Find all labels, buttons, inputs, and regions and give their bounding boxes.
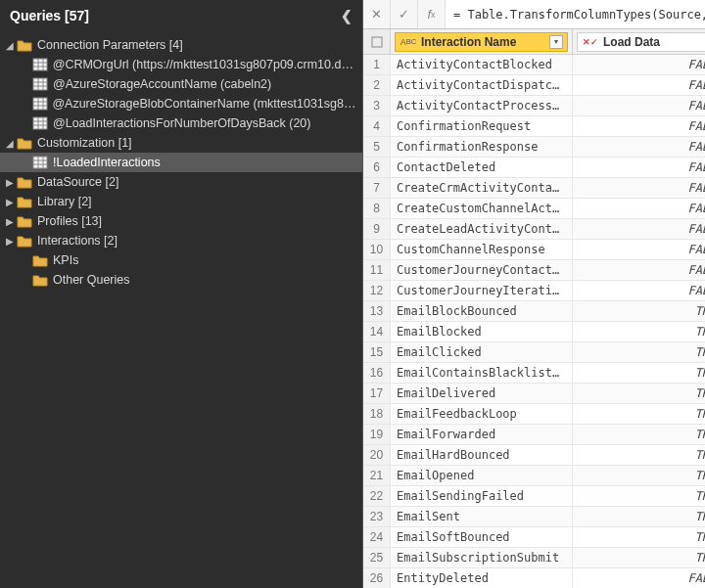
column-header-load-data[interactable]: ✕✓ Load Data ▾	[573, 29, 705, 54]
tree-item[interactable]: KPIs	[0, 250, 362, 270]
row-number[interactable]: 14	[363, 322, 391, 341]
formula-fx-button[interactable]: fx	[418, 0, 446, 28]
table-row[interactable]: 25EmailSubscriptionSubmitTRUE	[363, 548, 705, 568]
cell-load-data[interactable]: TRUE	[573, 548, 705, 567]
cell-load-data[interactable]: FALSE	[573, 281, 705, 300]
cell-interaction-name[interactable]: EmailForwarded	[391, 425, 573, 444]
row-number[interactable]: 12	[363, 281, 391, 300]
cell-interaction-name[interactable]: ActivityContactProcess…	[391, 96, 573, 115]
table-row[interactable]: 3ActivityContactProcess…FALSE	[363, 96, 705, 116]
cell-interaction-name[interactable]: CreateCustomChannelAct…	[391, 199, 573, 218]
cell-interaction-name[interactable]: EmailDelivered	[391, 384, 573, 403]
cell-load-data[interactable]: TRUE	[573, 384, 705, 403]
table-row[interactable]: 18EmailFeedbackLoopTRUE	[363, 404, 705, 425]
tree-item[interactable]: @CRMOrgUrl (https://mkttest1031sg807p09.…	[0, 55, 362, 74]
table-row[interactable]: 2ActivityContactDispatc…FALSE	[363, 75, 705, 96]
row-number[interactable]: 2	[363, 75, 391, 95]
row-number[interactable]: 21	[363, 466, 391, 485]
formula-accept-button[interactable]: ✓	[391, 0, 418, 28]
table-row[interactable]: 24EmailSoftBouncedTRUE	[363, 527, 705, 548]
tree-item[interactable]: ◢Connection Parameters [4]	[0, 35, 362, 55]
cell-load-data[interactable]: FALSE	[573, 199, 705, 218]
cell-load-data[interactable]: FALSE	[573, 55, 705, 74]
cell-load-data[interactable]: TRUE	[573, 486, 705, 506]
row-number[interactable]: 16	[363, 363, 391, 383]
row-number[interactable]: 18	[363, 404, 391, 424]
cell-interaction-name[interactable]: EntityDeleted	[391, 568, 573, 588]
tree-item[interactable]: Other Queries	[0, 270, 362, 290]
cell-load-data[interactable]: TRUE	[573, 507, 705, 526]
table-row[interactable]: 13EmailBlockBouncedTRUE	[363, 301, 705, 322]
formula-input[interactable]: = Table.TransformColumnTypes(Source,{{	[446, 0, 705, 28]
table-row[interactable]: 15EmailClickedTRUE	[363, 342, 705, 363]
cell-interaction-name[interactable]: CreateCrmActivityConta…	[391, 178, 573, 198]
row-number[interactable]: 1	[363, 55, 391, 74]
cell-interaction-name[interactable]: ContactDeleted	[391, 158, 573, 177]
table-row[interactable]: 19EmailForwardedTRUE	[363, 425, 705, 445]
tree-item[interactable]: ▶Library [2]	[0, 192, 362, 211]
cell-interaction-name[interactable]: EmailHardBounced	[391, 445, 573, 465]
table-row[interactable]: 9CreateLeadActivityCont…FALSE	[363, 219, 705, 240]
cell-interaction-name[interactable]: ActivityContactDispatc…	[391, 75, 573, 95]
cell-interaction-name[interactable]: EmailBlocked	[391, 322, 573, 341]
table-row[interactable]: 26EntityDeletedFALSE	[363, 568, 705, 588]
row-number[interactable]: 6	[363, 158, 391, 177]
cell-load-data[interactable]: FALSE	[573, 137, 705, 157]
cell-load-data[interactable]: FALSE	[573, 116, 705, 136]
table-row[interactable]: 4ConfirmationRequestFALSE	[363, 116, 705, 137]
row-number[interactable]: 22	[363, 486, 391, 506]
table-row[interactable]: 14EmailBlockedTRUE	[363, 322, 705, 342]
row-number[interactable]: 26	[363, 568, 391, 588]
cell-load-data[interactable]: TRUE	[573, 466, 705, 485]
row-number[interactable]: 17	[363, 384, 391, 403]
cell-interaction-name[interactable]: CustomerJourneyIterati…	[391, 281, 573, 300]
table-row[interactable]: 10CustomChannelResponseFALSE	[363, 240, 705, 260]
table-row[interactable]: 11CustomerJourneyContact…FALSE	[363, 260, 705, 281]
grid-body[interactable]: 1ActivityContactBlockedFALSE2ActivityCon…	[363, 55, 705, 588]
cell-load-data[interactable]: FALSE	[573, 219, 705, 239]
tree-item[interactable]: @AzureStorageBlobContainerName (mkttest1…	[0, 94, 362, 113]
cell-load-data[interactable]: TRUE	[573, 404, 705, 424]
row-number[interactable]: 5	[363, 137, 391, 157]
cell-interaction-name[interactable]: EmailSendingFailed	[391, 486, 573, 506]
cell-interaction-name[interactable]: ConfirmationRequest	[391, 116, 573, 136]
table-row[interactable]: 20EmailHardBouncedTRUE	[363, 445, 705, 466]
cell-load-data[interactable]: TRUE	[573, 527, 705, 547]
column-filter-icon[interactable]: ▾	[549, 35, 563, 49]
row-number[interactable]: 8	[363, 199, 391, 218]
column-header-interaction-name[interactable]: ABC Interaction Name ▾	[391, 29, 573, 54]
row-number[interactable]: 23	[363, 507, 391, 526]
cell-interaction-name[interactable]: EmailClicked	[391, 342, 573, 362]
tree-item[interactable]: @AzureStorageAccountName (cabeln2)	[0, 74, 362, 94]
cell-load-data[interactable]: TRUE	[573, 425, 705, 444]
cell-load-data[interactable]: TRUE	[573, 445, 705, 465]
cell-interaction-name[interactable]: EmailFeedbackLoop	[391, 404, 573, 424]
row-number[interactable]: 24	[363, 527, 391, 547]
row-number[interactable]: 15	[363, 342, 391, 362]
row-number[interactable]: 4	[363, 116, 391, 136]
cell-interaction-name[interactable]: EmailContainsBlacklist…	[391, 363, 573, 383]
tree-item[interactable]: ◢Customization [1]	[0, 133, 362, 153]
row-number[interactable]: 25	[363, 548, 391, 567]
cell-load-data[interactable]: FALSE	[573, 96, 705, 115]
table-row[interactable]: 6ContactDeletedFALSE	[363, 158, 705, 178]
table-row[interactable]: 16EmailContainsBlacklist…TRUE	[363, 363, 705, 384]
tree-item[interactable]: ▶Profiles [13]	[0, 211, 362, 231]
table-row[interactable]: 5ConfirmationResponseFALSE	[363, 137, 705, 158]
cell-load-data[interactable]: FALSE	[573, 568, 705, 588]
table-row[interactable]: 21EmailOpenedTRUE	[363, 466, 705, 486]
row-number[interactable]: 20	[363, 445, 391, 465]
tree-item[interactable]: @LoadInteractionsForNumberOfDaysBack (20…	[0, 113, 362, 133]
row-number[interactable]: 7	[363, 178, 391, 198]
cell-load-data[interactable]: FALSE	[573, 178, 705, 198]
cell-interaction-name[interactable]: CustomerJourneyContact…	[391, 260, 573, 280]
table-row[interactable]: 17EmailDeliveredTRUE	[363, 384, 705, 404]
cell-interaction-name[interactable]: EmailSent	[391, 507, 573, 526]
cell-interaction-name[interactable]: CreateLeadActivityCont…	[391, 219, 573, 239]
select-all-cell[interactable]	[363, 29, 391, 54]
cell-interaction-name[interactable]: EmailBlockBounced	[391, 301, 573, 321]
cell-interaction-name[interactable]: EmailSubscriptionSubmit	[391, 548, 573, 567]
formula-cancel-button[interactable]: ✕	[363, 0, 391, 28]
table-row[interactable]: 23EmailSentTRUE	[363, 507, 705, 527]
cell-load-data[interactable]: TRUE	[573, 363, 705, 383]
